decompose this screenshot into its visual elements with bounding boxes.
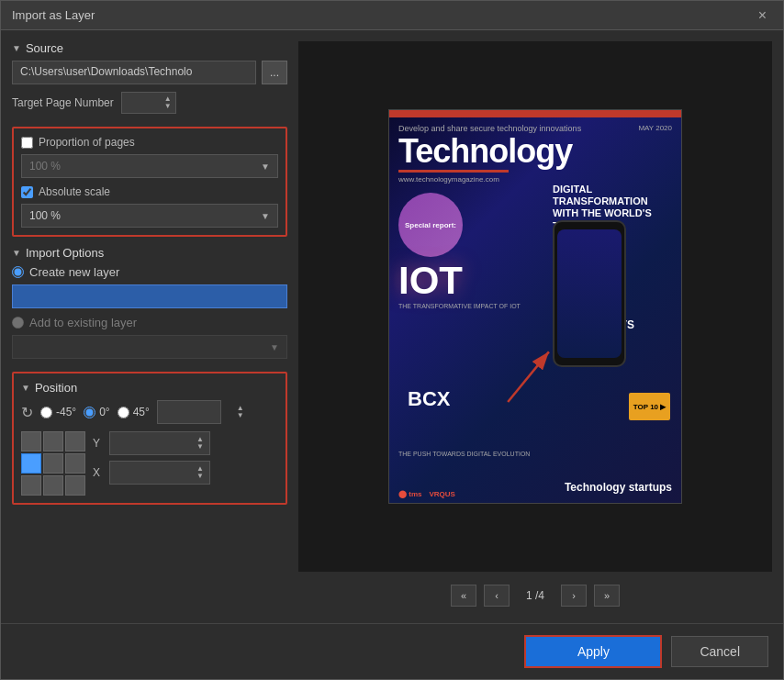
rot-45-label: 45° [133,406,150,418]
preview-area: Develop and share secure technology inno… [298,41,772,572]
rot-0-radio[interactable] [84,407,95,418]
rot-neg45-radio[interactable] [40,407,52,418]
source-label: Source [26,41,63,55]
layer-name-input[interactable]: PDFelement [12,284,287,308]
y-row: Y 0 (cm) ▲▼ [93,431,210,455]
create-layer-row: Create new layer [12,265,287,279]
import-options-label: Import Options [26,246,104,260]
add-existing-label: Add to existing layer [29,316,137,329]
xy-fields: Y 0 (cm) ▲▼ X 0 (cm) ▲▼ [93,431,210,485]
x-label: X [93,466,104,479]
mag-logo-underline [398,170,509,173]
import-options-triangle-icon: ▼ [12,248,21,258]
anchor-cell-0-1[interactable] [43,431,63,451]
anchor-cell-0-0[interactable] [21,431,41,451]
anchor-cell-2-1[interactable] [43,475,63,496]
nav-prev-button[interactable]: ‹ [484,585,510,607]
scale-section: Proportion of pages 100 % ▼ Absolute sca… [12,127,287,237]
mag-phone-screen [557,229,622,358]
absolute-row: Absolute scale [21,185,278,198]
anchor-cell-1-0[interactable] [21,453,41,474]
x-row: X 0 (cm) ▲▼ [93,461,210,485]
mag-special-text: Special report: [405,221,456,229]
nav-first-button[interactable]: « [451,585,476,607]
left-panel: ▼ Source C:\Users\user\Downloads\Technol… [12,41,287,612]
create-layer-radio[interactable] [12,266,24,278]
rotation-input[interactable]: 0 ° [163,406,237,418]
target-page-spin-arrows[interactable]: ▲▼ [164,95,172,110]
proportion-checkbox[interactable] [21,137,33,149]
proportion-value-field: 100 % ▼ [21,154,278,178]
proportion-value: 100 % [29,160,61,173]
close-button[interactable]: × [753,6,772,26]
y-spin-arrows[interactable]: ▲▼ [196,436,204,451]
mag-header: Develop and share secure technology inno… [398,124,672,184]
nav-last-button[interactable]: » [594,585,620,607]
dialog-footer: Apply Cancel [1,623,783,679]
proportion-arrow-icon: ▼ [261,162,270,172]
rotation-spin-arrows[interactable]: ▲▼ [237,405,244,419]
source-header: ▼ Source [12,41,287,55]
position-triangle-icon: ▼ [21,383,30,393]
absolute-label: Absolute scale [39,185,110,198]
file-path-display: C:\Users\user\Downloads\Technolo [12,61,256,84]
rotate-icon[interactable]: ↻ [21,404,33,421]
preview-nav: « ‹ 1 /4 › » [440,579,631,612]
mag-iot-text: IOT [398,262,521,300]
add-existing-arrow-icon: ▼ [270,342,279,352]
apply-button[interactable]: Apply [524,635,662,668]
absolute-value: 100 % [29,209,61,222]
import-as-layer-dialog: Import as Layer × ▼ Source C:\Users\user… [0,0,784,680]
mag-iot-sub: THE TRANSFORMATIVE IMPACT OF IOT [398,303,521,309]
mag-phone [553,220,626,367]
rot-0-row: 0° [84,406,109,418]
mag-logo-text: Technology [398,135,672,168]
position-section: ▼ Position ↻ -45° 0° 45 [12,372,287,505]
absolute-arrow-icon: ▼ [261,211,270,221]
import-options-section: ▼ Import Options Create new layer PDFele… [12,246,287,359]
position-header: ▼ Position [21,381,278,395]
x-spin-arrows[interactable]: ▲▼ [196,465,204,480]
target-page-spinbox[interactable]: 1 ▲▼ [121,92,176,114]
nav-page-display: 1 /4 [517,589,554,602]
x-input[interactable]: 0 (cm) [116,466,189,479]
nav-next-button[interactable]: › [561,585,587,607]
y-spinbox[interactable]: 0 (cm) ▲▼ [109,431,210,455]
anchor-cell-1-2[interactable] [65,453,85,474]
rot-neg45-label: -45° [56,406,76,418]
mag-top10-badge: TOP 10 ▶ [629,393,670,420]
add-existing-row: Add to existing layer [12,316,287,329]
position-grid: Y 0 (cm) ▲▼ X 0 (cm) ▲▼ [21,431,278,496]
anchor-cell-0-2[interactable] [65,431,85,451]
mag-special-report: Special report: [398,193,463,257]
rotation-row: ↻ -45° 0° 45° 0 ° ▲▼ [21,400,278,424]
target-page-label: Target Page Number [12,96,114,109]
rot-neg45-row: -45° [40,406,76,418]
mag-bottom-logos: ⬤ tms VRQUS [398,490,455,498]
proportion-row: Proportion of pages [21,136,278,149]
mag-bcx-area: BCX THE PUSH TOWARDS DIGITAL EVOLUTION [398,451,530,457]
mag-bcx: BCX [408,387,450,411]
y-input[interactable]: 0 (cm) [116,437,189,450]
title-bar: Import as Layer × [1,1,783,30]
cancel-button[interactable]: Cancel [671,636,768,667]
anchor-cell-2-2[interactable] [65,475,85,496]
x-spinbox[interactable]: 0 (cm) ▲▼ [109,461,210,485]
rotation-spinbox[interactable]: 0 ° ▲▼ [157,400,221,424]
rot-45-radio[interactable] [118,407,129,418]
rot-0-label: 0° [99,406,109,418]
absolute-checkbox[interactable] [21,186,33,198]
y-label: Y [93,437,104,450]
target-page-input[interactable]: 1 [128,96,164,109]
mag-tech-startups: Technology startups [565,481,672,494]
absolute-value-field[interactable]: 100 % ▼ [21,204,278,228]
right-panel: Develop and share secure technology inno… [298,41,772,612]
file-row: C:\Users\user\Downloads\Technolo ... [12,61,287,84]
browse-button[interactable]: ... [262,61,287,84]
source-section: ▼ Source C:\Users\user\Downloads\Technol… [12,41,287,117]
svg-line-1 [508,351,549,402]
mag-iot-section: Special report: IOT THE TRANSFORMATIVE I… [398,193,521,309]
anchor-cell-1-1[interactable] [43,453,63,474]
add-existing-radio[interactable] [12,317,24,329]
anchor-cell-2-0[interactable] [21,475,41,496]
